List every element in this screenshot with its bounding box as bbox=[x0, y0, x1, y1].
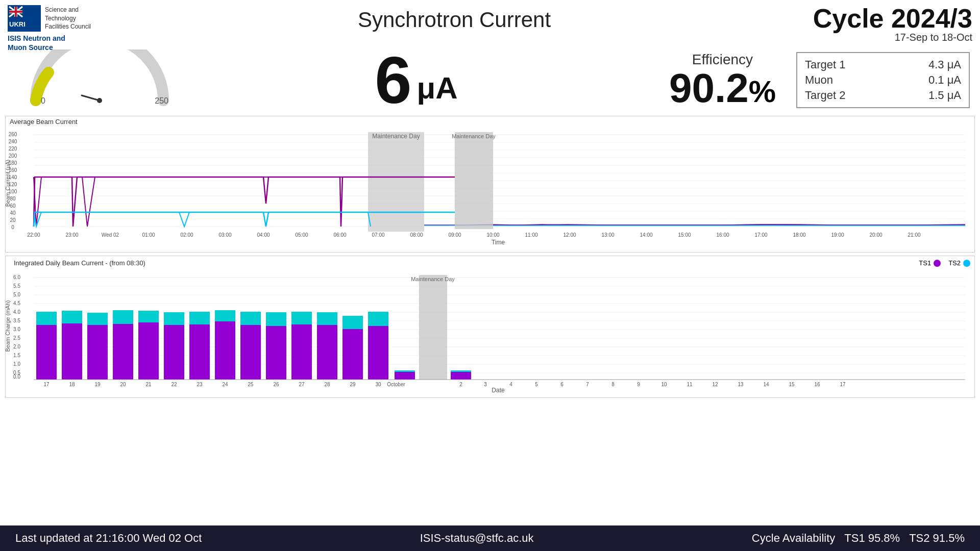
svg-text:4: 4 bbox=[509, 382, 512, 387]
footer-email-text: ISIS-status@stfc.ac.uk bbox=[420, 532, 534, 545]
svg-text:12: 12 bbox=[712, 382, 718, 387]
efficiency-section: Efficiency 90.2 % bbox=[669, 52, 776, 109]
svg-text:9: 9 bbox=[637, 382, 640, 387]
logo-box: UKRI Science and Technology Facilities C… bbox=[8, 5, 91, 32]
muon-val: 0.1 μA bbox=[928, 73, 961, 87]
cycle-dates: 17-Sep to 18-Oct bbox=[778, 32, 972, 43]
top-chart-inner: 260 240 220 200 180 160 140 120 100 80 6… bbox=[6, 127, 974, 252]
svg-text:30: 30 bbox=[375, 382, 381, 387]
charts-container: Average Beam Current 260 240 220 200 180… bbox=[0, 116, 980, 398]
bar-sep27-purple bbox=[291, 324, 312, 380]
svg-text:20: 20 bbox=[120, 382, 126, 387]
bar-oct2-purple bbox=[451, 372, 471, 380]
svg-text:29: 29 bbox=[350, 382, 356, 387]
svg-text:4.5: 4.5 bbox=[13, 300, 20, 306]
svg-text:2.5: 2.5 bbox=[13, 335, 20, 341]
svg-rect-95 bbox=[419, 275, 447, 380]
bar-sep26-cyan bbox=[266, 312, 286, 326]
ts2-avail: TS2 91.5% bbox=[909, 532, 965, 545]
svg-point-10 bbox=[97, 98, 102, 103]
svg-text:23: 23 bbox=[197, 382, 203, 387]
svg-text:Maintenance Day: Maintenance Day bbox=[411, 276, 455, 282]
bar-sep28-cyan bbox=[317, 312, 337, 325]
bar-sep22-cyan bbox=[164, 312, 184, 325]
svg-rect-7 bbox=[9, 11, 22, 13]
svg-text:27: 27 bbox=[299, 382, 305, 387]
footer: Last updated at 21:16:00 Wed 02 Oct ISIS… bbox=[0, 525, 980, 551]
bar-sep25-purple bbox=[240, 325, 261, 380]
bottom-chart-section: Integrated Daily Beam Current - (from 08… bbox=[5, 256, 975, 398]
title-center: Synchrotron Current bbox=[130, 5, 778, 32]
ts1-dot bbox=[934, 260, 941, 267]
gauge-max-label: 250 bbox=[155, 96, 168, 106]
bar-sep29-purple bbox=[342, 329, 363, 380]
svg-text:3.5: 3.5 bbox=[13, 318, 20, 323]
bar-oct2-cyan bbox=[451, 370, 471, 372]
bottom-chart-inner: 6.0 5.5 5.0 4.5 4.0 3.5 3.0 2.5 2.0 1.5 … bbox=[6, 270, 974, 397]
gauge-min-label: 0 bbox=[41, 96, 45, 106]
bar-sep17-cyan bbox=[36, 312, 57, 325]
target-row-2: Target 2 1.5 μA bbox=[805, 88, 961, 103]
svg-text:14: 14 bbox=[763, 382, 769, 387]
bar-sep22-purple bbox=[164, 325, 184, 380]
bottom-chart-label: Integrated Daily Beam Current - (from 08… bbox=[10, 258, 150, 268]
cycle-avail-label: Cycle Availability bbox=[752, 532, 835, 545]
svg-line-9 bbox=[82, 95, 100, 101]
footer-email: ISIS-status@stfc.ac.uk bbox=[420, 532, 534, 545]
bar-sep30-purple bbox=[368, 326, 388, 380]
svg-text:October: October bbox=[387, 382, 405, 387]
bar-sep27-cyan bbox=[291, 312, 312, 324]
bar-sep21-cyan bbox=[138, 311, 159, 322]
ts1-legend-label: TS1 bbox=[919, 259, 931, 267]
bar-sep23-cyan bbox=[189, 312, 210, 324]
ts1-legend: TS1 bbox=[919, 259, 941, 267]
svg-text:1.0: 1.0 bbox=[13, 361, 20, 367]
svg-text:25: 25 bbox=[248, 382, 254, 387]
svg-text:19: 19 bbox=[94, 382, 101, 387]
current-display: 6 μA bbox=[184, 47, 649, 113]
current-unit: μA bbox=[417, 70, 458, 113]
top-chart-section: Average Beam Current 260 240 220 200 180… bbox=[5, 116, 975, 253]
target-1-val: 4.3 μA bbox=[928, 58, 961, 71]
bar-sep24-purple bbox=[215, 321, 235, 380]
bottom-chart-header: Integrated Daily Beam Current - (from 08… bbox=[6, 256, 974, 270]
current-value: 6 bbox=[375, 47, 411, 113]
svg-text:17: 17 bbox=[840, 382, 846, 387]
target-1-name: Target 1 bbox=[805, 58, 846, 71]
ts2-legend-label: TS2 bbox=[948, 259, 961, 267]
svg-text:3.0: 3.0 bbox=[13, 327, 20, 332]
svg-text:22: 22 bbox=[171, 382, 177, 387]
bar-sep17-purple bbox=[36, 325, 57, 380]
footer-updated-label: Last updated at 21:16:00 Wed 02 Oct bbox=[15, 532, 202, 545]
svg-text:17: 17 bbox=[43, 382, 50, 387]
svg-text:2.0: 2.0 bbox=[13, 344, 20, 349]
ukri-logo: UKRI bbox=[8, 5, 41, 32]
svg-text:21: 21 bbox=[145, 382, 152, 387]
svg-text:Beam Charge (mAh): Beam Charge (mAh) bbox=[6, 300, 11, 352]
target-row-muon: Muon 0.1 μA bbox=[805, 72, 961, 88]
bar-sep30-cyan bbox=[368, 312, 388, 326]
svg-text:10: 10 bbox=[661, 382, 667, 387]
svg-text:11: 11 bbox=[687, 382, 693, 387]
svg-text:5.0: 5.0 bbox=[13, 292, 20, 297]
legend-area: TS1 TS2 bbox=[919, 259, 970, 267]
svg-text:15: 15 bbox=[789, 382, 795, 387]
bar-oct1-cyan bbox=[395, 370, 415, 372]
bar-sep25-cyan bbox=[240, 312, 261, 325]
gauge-section: 0 250 bbox=[10, 49, 184, 111]
svg-text:16: 16 bbox=[814, 382, 820, 387]
top-chart-label: Average Beam Current bbox=[6, 116, 974, 127]
targets-table: Target 1 4.3 μA Muon 0.1 μA Target 2 1.5… bbox=[796, 52, 970, 108]
svg-text:1.5: 1.5 bbox=[13, 353, 20, 358]
svg-text:26: 26 bbox=[273, 382, 279, 387]
svg-text:5.5: 5.5 bbox=[13, 283, 20, 289]
cycle-section: Cycle 2024/3 17-Sep to 18-Oct bbox=[778, 5, 972, 43]
svg-text:Date: Date bbox=[492, 387, 505, 392]
ts2-legend: TS2 bbox=[948, 259, 970, 267]
bar-sep20-cyan bbox=[113, 310, 133, 324]
cycle-title: Cycle 2024/3 bbox=[778, 5, 972, 32]
svg-text:4.0: 4.0 bbox=[13, 309, 20, 315]
bar-sep18-purple bbox=[62, 323, 82, 380]
header: UKRI Science and Technology Facilities C… bbox=[0, 0, 980, 52]
svg-text:18: 18 bbox=[69, 382, 75, 387]
